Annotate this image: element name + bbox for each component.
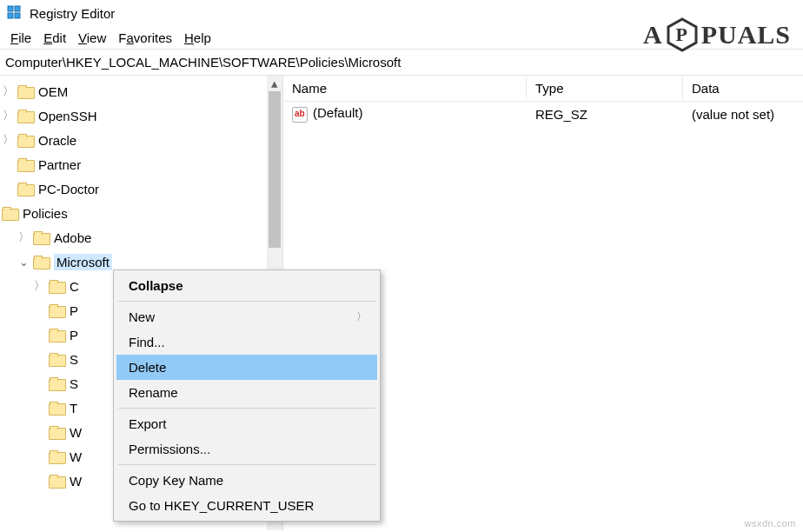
twisty-blank: 〉	[31, 424, 47, 440]
twisty-blank: 〉	[31, 449, 47, 464]
ctx-collapse[interactable]: Collapse	[116, 273, 377, 298]
folder-icon	[17, 110, 33, 122]
tree-node-partner[interactable]: 〉 Partner	[0, 152, 282, 176]
twisty-blank: 〉	[0, 156, 16, 172]
chevron-right-icon[interactable]: 〉	[31, 278, 47, 294]
folder-icon	[49, 304, 64, 316]
menu-separator	[118, 301, 375, 302]
chevron-right-icon[interactable]: 〉	[0, 83, 16, 99]
chevron-down-icon[interactable]: ⌄	[16, 256, 31, 269]
svg-rect-0	[8, 6, 13, 11]
folder-icon	[17, 183, 33, 195]
tree-node-oem[interactable]: 〉 OEM	[0, 79, 282, 103]
ctx-copy-key-name[interactable]: Copy Key Name	[116, 468, 377, 493]
col-header-name[interactable]: Name	[283, 77, 527, 99]
folder-icon	[49, 402, 64, 414]
list-header: Name Type Data	[283, 76, 803, 102]
menu-separator	[118, 408, 375, 409]
folder-icon	[17, 85, 33, 97]
context-menu: Collapse New 〉 Find... Delete Rename Exp…	[113, 269, 381, 522]
folder-icon	[17, 134, 33, 146]
menu-favorites[interactable]: Favorites	[113, 29, 177, 47]
ctx-new[interactable]: New 〉	[116, 304, 377, 329]
ctx-export[interactable]: Export	[116, 411, 377, 436]
folder-icon	[33, 231, 49, 243]
address-bar[interactable]: Computer\HKEY_LOCAL_MACHINE\SOFTWARE\Pol…	[0, 50, 803, 76]
menu-help[interactable]: Help	[179, 29, 216, 47]
twisty-blank: 〉	[31, 303, 47, 318]
cell-name: (Default)	[283, 103, 527, 123]
col-header-type[interactable]: Type	[527, 77, 683, 99]
svg-rect-3	[15, 13, 20, 18]
string-value-icon	[292, 107, 308, 123]
folder-icon	[49, 377, 64, 389]
svg-rect-1	[15, 6, 20, 11]
tree-node-policies[interactable]: ⌄ Policies	[0, 201, 282, 225]
menu-edit[interactable]: Edit	[38, 29, 71, 47]
app-title: Registry Editor	[30, 6, 115, 21]
twisty-blank: 〉	[31, 400, 47, 416]
folder-icon	[49, 280, 64, 292]
scroll-up-icon[interactable]: ▴	[267, 76, 282, 91]
source-label: wsxdn.com	[744, 518, 796, 529]
tree-node-openssh[interactable]: 〉 OpenSSH	[0, 103, 282, 128]
list-row[interactable]: (Default) REG_SZ (value not set)	[283, 102, 803, 126]
folder-icon	[49, 475, 64, 487]
tree-node-pcdoctor[interactable]: 〉 PC-Doctor	[0, 176, 282, 201]
tree-node-adobe[interactable]: 〉 Adobe	[0, 225, 282, 249]
ctx-permissions[interactable]: Permissions...	[116, 436, 377, 462]
folder-icon	[49, 353, 64, 365]
chevron-right-icon[interactable]: 〉	[0, 108, 16, 123]
regedit-icon	[7, 5, 23, 21]
ctx-find[interactable]: Find...	[116, 329, 377, 355]
menu-separator	[118, 464, 375, 465]
ctx-delete[interactable]: Delete	[116, 355, 377, 380]
twisty-blank: 〉	[31, 473, 47, 489]
folder-icon	[49, 426, 64, 438]
folder-icon	[17, 158, 33, 170]
folder-icon	[2, 207, 17, 219]
col-header-data[interactable]: Data	[683, 77, 803, 99]
scroll-thumb[interactable]	[269, 91, 281, 248]
tree-node-oracle[interactable]: 〉 Oracle	[0, 128, 282, 152]
twisty-blank: 〉	[31, 327, 47, 342]
ctx-rename[interactable]: Rename	[116, 380, 377, 405]
cell-type: REG_SZ	[527, 105, 683, 123]
watermark-logo: A P PUALS	[643, 17, 791, 52]
cell-data: (value not set)	[683, 105, 803, 123]
twisty-blank: 〉	[31, 351, 47, 367]
twisty-blank: 〉	[0, 181, 16, 196]
folder-icon	[49, 329, 64, 341]
folder-icon	[33, 256, 49, 268]
menu-file[interactable]: File	[5, 29, 36, 47]
chevron-right-icon[interactable]: 〉	[16, 229, 31, 245]
chevron-right-icon: 〉	[356, 309, 367, 324]
menu-view[interactable]: View	[73, 29, 111, 47]
twisty-blank: 〉	[31, 376, 47, 391]
hexagon-icon: P	[665, 17, 700, 52]
chevron-right-icon[interactable]: 〉	[0, 132, 16, 148]
ctx-goto-hkcu[interactable]: Go to HKEY_CURRENT_USER	[116, 493, 377, 518]
folder-icon	[49, 450, 64, 462]
svg-rect-2	[8, 13, 13, 18]
